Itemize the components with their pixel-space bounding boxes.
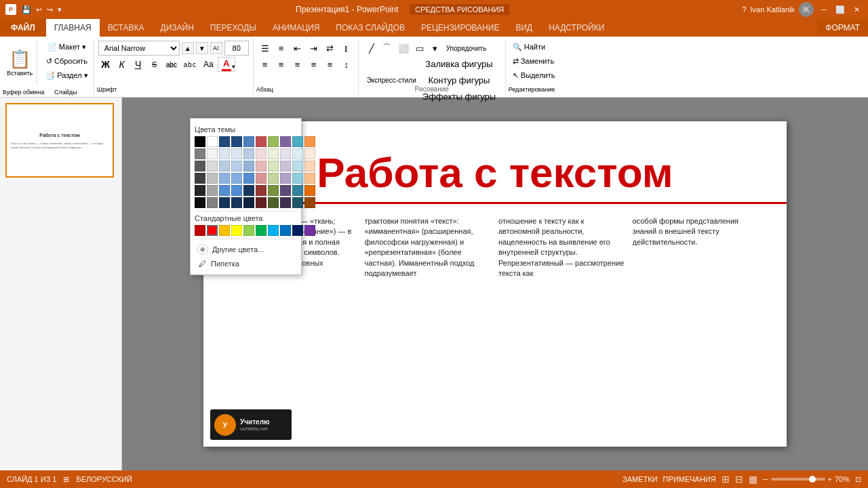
select-button[interactable]: ↖ Выделить xyxy=(510,69,558,82)
color-swatch[interactable] xyxy=(292,161,303,171)
increase-font-btn[interactable]: ▲ xyxy=(182,42,194,54)
color-swatch[interactable] xyxy=(268,173,279,184)
color-swatch[interactable] xyxy=(280,197,291,208)
section-button[interactable]: 📑 Раздел ▾ xyxy=(43,69,90,82)
tab-animation[interactable]: АНИМАЦИЯ xyxy=(264,19,328,37)
redo-btn[interactable]: ↪ xyxy=(45,5,54,14)
align-center-button[interactable]: ≡ xyxy=(274,57,289,72)
view-outline-btn[interactable]: ⊟ xyxy=(735,474,743,485)
decrease-indent-button[interactable]: ⇤ xyxy=(290,41,305,56)
zoom-thumb[interactable] xyxy=(809,476,816,483)
reset-button[interactable]: ↺ Сбросить xyxy=(43,55,90,68)
color-swatch[interactable] xyxy=(195,197,205,208)
save-btn[interactable]: 💾 xyxy=(20,5,33,14)
tab-view[interactable]: ВИД xyxy=(507,19,540,37)
layout-button[interactable]: 📄 Макет ▾ xyxy=(43,41,90,54)
color-swatch[interactable] xyxy=(207,136,218,147)
bold-button[interactable]: Ж xyxy=(98,57,113,72)
color-swatch[interactable] xyxy=(292,173,303,184)
color-swatch[interactable] xyxy=(280,173,291,184)
color-swatch[interactable] xyxy=(207,197,218,208)
color-swatch[interactable] xyxy=(256,136,267,147)
shape-more[interactable]: ▾ xyxy=(428,41,443,56)
color-swatch[interactable] xyxy=(243,161,254,171)
color-swatch[interactable] xyxy=(304,173,315,184)
shape-line[interactable]: ╱ xyxy=(364,41,379,56)
view-normal-btn[interactable]: ⊞ xyxy=(722,474,730,485)
color-swatch[interactable] xyxy=(304,136,315,147)
tab-home[interactable]: ГЛАВНАЯ xyxy=(46,19,100,37)
notes-button[interactable]: ЗАМЕТКИ xyxy=(623,475,658,483)
std-color-swatch[interactable] xyxy=(243,225,254,236)
tab-transitions[interactable]: ПЕРЕХОДЫ xyxy=(202,19,264,37)
tab-addins[interactable]: НАДСТРОЙКИ xyxy=(540,19,612,37)
color-swatch[interactable] xyxy=(219,197,230,208)
color-swatch[interactable] xyxy=(268,161,279,171)
strikethrough-button[interactable]: S xyxy=(147,57,162,72)
customize-btn[interactable]: ▾ xyxy=(56,5,63,14)
tab-slideshow[interactable]: ПОКАЗ СЛАЙДОВ xyxy=(328,19,413,37)
color-swatch[interactable] xyxy=(243,173,254,184)
numbering-button[interactable]: ≡ xyxy=(274,41,289,56)
std-color-swatch[interactable] xyxy=(207,225,218,236)
italic-button[interactable]: К xyxy=(115,57,130,72)
rtl-button[interactable]: ⇄ xyxy=(323,41,338,56)
color-swatch[interactable] xyxy=(268,136,279,147)
font-size-input[interactable] xyxy=(224,41,249,56)
comments-button[interactable]: ПРИМЕЧАНИЯ xyxy=(663,475,716,483)
color-swatch[interactable] xyxy=(219,185,230,196)
color-swatch[interactable] xyxy=(207,148,218,159)
line-spacing-button[interactable]: ↕ xyxy=(339,57,354,72)
color-swatch[interactable] xyxy=(256,197,267,208)
color-swatch[interactable] xyxy=(231,197,242,208)
color-swatch[interactable] xyxy=(292,136,303,147)
color-swatch[interactable] xyxy=(243,148,254,159)
fill-shape-button[interactable]: Заливка фигуры xyxy=(420,56,498,71)
justify-text-button[interactable]: ≡ xyxy=(323,57,338,72)
tab-insert[interactable]: ВСТАВКА xyxy=(100,19,153,37)
color-swatch[interactable] xyxy=(243,185,254,196)
color-swatch[interactable] xyxy=(280,185,291,196)
shape-arrange[interactable]: Упорядочить xyxy=(443,41,490,56)
bullets-button[interactable]: ☰ xyxy=(258,41,273,56)
increase-indent-button[interactable]: ⇥ xyxy=(307,41,321,56)
color-swatch[interactable] xyxy=(256,185,267,196)
char-spacing-button[interactable]: abc xyxy=(181,57,199,72)
zoom-out-btn[interactable]: ─ xyxy=(763,475,768,483)
color-swatch[interactable] xyxy=(207,173,218,184)
eyedropper-item[interactable]: 🖊 Пипетка xyxy=(195,257,297,270)
color-swatch[interactable] xyxy=(195,161,205,171)
minimize-btn[interactable]: ─ xyxy=(818,5,830,14)
undo-btn[interactable]: ↩ xyxy=(35,5,43,14)
color-swatch[interactable] xyxy=(231,148,242,159)
slide-thumbnail[interactable]: Работа с текстом Текст (от лат. textus —… xyxy=(5,103,114,178)
paste-button[interactable]: 📋 Вставить xyxy=(3,41,37,85)
color-swatch[interactable] xyxy=(243,136,254,147)
color-swatch[interactable] xyxy=(292,185,303,196)
columns-button[interactable]: ⫿ xyxy=(339,41,354,56)
help-icon[interactable]: ? xyxy=(742,5,746,14)
color-swatch[interactable] xyxy=(292,197,303,208)
shape-curve[interactable]: ⌒ xyxy=(380,41,395,56)
clear-format-btn[interactable]: A⃝ xyxy=(210,42,222,54)
color-swatch[interactable] xyxy=(268,185,279,196)
restore-btn[interactable]: ⬜ xyxy=(834,5,846,14)
std-color-swatch[interactable] xyxy=(268,225,279,236)
shadow-button[interactable]: abc xyxy=(163,57,180,72)
color-swatch[interactable] xyxy=(231,173,242,184)
std-color-swatch[interactable] xyxy=(231,225,242,236)
color-swatch[interactable] xyxy=(195,173,205,184)
color-swatch[interactable] xyxy=(268,197,279,208)
color-swatch[interactable] xyxy=(207,185,218,196)
slide-item-1[interactable]: 1 Работа с текстом Текст (от лат. textus… xyxy=(5,103,116,178)
color-swatch[interactable] xyxy=(304,161,315,171)
std-color-swatch[interactable] xyxy=(219,225,230,236)
color-swatch[interactable] xyxy=(207,161,218,171)
zoom-slider[interactable] xyxy=(771,478,825,481)
close-btn[interactable]: ✕ xyxy=(850,5,863,14)
shape-express[interactable]: Экспресс-стили xyxy=(364,73,419,87)
color-swatch[interactable] xyxy=(256,161,267,171)
decrease-font-btn[interactable]: ▼ xyxy=(196,42,208,54)
color-swatch[interactable] xyxy=(195,148,205,159)
zoom-in-btn[interactable]: + xyxy=(828,475,832,483)
